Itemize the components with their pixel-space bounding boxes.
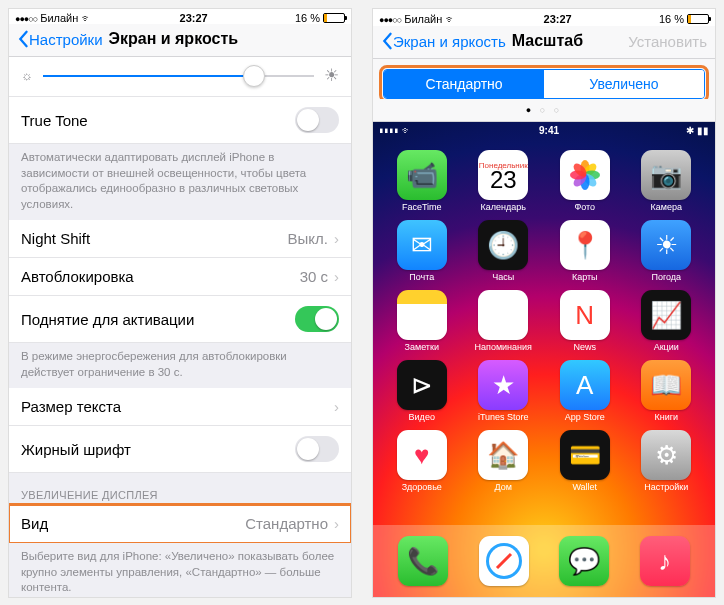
page-title: Экран и яркость <box>109 30 239 48</box>
app-календарь[interactable]: Понедельник23Календарь <box>465 150 543 212</box>
app-label: Книги <box>654 412 678 422</box>
app-facetime[interactable]: 📹FaceTime <box>383 150 461 212</box>
app-дом[interactable]: 🏠Дом <box>465 430 543 492</box>
page-indicator: ● ○ ○ <box>373 99 715 122</box>
app-заметки[interactable]: Заметки <box>383 290 461 352</box>
status-time: 23:27 <box>544 13 572 25</box>
nav-header: Экран и яркость Масштаб Установить <box>373 26 715 59</box>
true-tone-label: True Tone <box>21 112 295 129</box>
app-music[interactable]: ♪ <box>640 536 690 586</box>
app-label: Видео <box>409 412 435 422</box>
app-карты[interactable]: 📍Карты <box>546 220 624 282</box>
app-акции[interactable]: 📈Акции <box>628 290 706 352</box>
app-настройки[interactable]: ⚙Настройки <box>628 430 706 492</box>
set-button[interactable]: Установить <box>628 33 707 50</box>
back-button[interactable]: Экран и яркость <box>381 32 506 50</box>
app-напоминания[interactable]: ≡Напоминания <box>465 290 543 352</box>
back-label: Настройки <box>29 31 103 48</box>
app-label: Камера <box>651 202 682 212</box>
app-icon: ☀ <box>641 220 691 270</box>
app-icon <box>397 290 447 340</box>
brightness-slider[interactable] <box>43 75 314 77</box>
app-wallet[interactable]: 💳Wallet <box>546 430 624 492</box>
app-itunes-store[interactable]: ★iTunes Store <box>465 360 543 422</box>
app-label: Почта <box>409 272 434 282</box>
app-label: iTunes Store <box>478 412 529 422</box>
bold-text-toggle[interactable] <box>295 436 339 462</box>
app-label: Дом <box>495 482 512 492</box>
app-icon: 📹 <box>397 150 447 200</box>
app-label: Wallet <box>572 482 597 492</box>
night-shift-value: Выкл. <box>288 230 328 247</box>
app-книги[interactable]: 📖Книги <box>628 360 706 422</box>
zoom-segment-wrap: Стандартно Увеличено <box>373 59 715 99</box>
app-news[interactable]: NNews <box>546 290 624 352</box>
app-messages[interactable]: 💬 <box>559 536 609 586</box>
app-icon: 💬 <box>559 536 609 586</box>
dock: 📞💬♪ <box>373 525 715 597</box>
battery-full-icon: ✱ ▮▮ <box>686 125 709 136</box>
app-icon: A <box>560 360 610 410</box>
page-title: Масштаб <box>512 32 583 50</box>
app-phone[interactable]: 📞 <box>398 536 448 586</box>
zoom-segmented-control: Стандартно Увеличено <box>383 69 705 99</box>
raise-toggle[interactable] <box>295 306 339 332</box>
segment-standard[interactable]: Стандартно <box>384 70 544 98</box>
app-safari[interactable] <box>479 536 529 586</box>
app-icon: 💳 <box>560 430 610 480</box>
text-size-row[interactable]: Размер текста › <box>9 388 351 426</box>
app-icon: ⊳ <box>397 360 447 410</box>
app-icon: Понедельник23 <box>478 150 528 200</box>
battery-pct: 16 % <box>659 13 684 25</box>
view-row[interactable]: Вид Стандартно › <box>9 505 351 543</box>
app-icon <box>479 536 529 586</box>
raise-label: Поднятие для активации <box>21 311 295 328</box>
carrier-label: Билайн <box>40 12 78 24</box>
segment-zoomed[interactable]: Увеличено <box>544 70 704 98</box>
raise-note: В режиме энергосбережения для автоблокир… <box>9 343 351 388</box>
chevron-right-icon: › <box>334 268 339 285</box>
true-tone-toggle[interactable] <box>295 107 339 133</box>
app-icon: ≡ <box>478 290 528 340</box>
app-часы[interactable]: 🕘Часы <box>465 220 543 282</box>
app-label: Здоровье <box>402 482 442 492</box>
view-note: Выберите вид для iPhone: «Увеличено» пок… <box>9 543 351 598</box>
wifi-icon: ᯤ <box>81 12 92 24</box>
nav-header: Настройки Экран и яркость <box>9 24 351 57</box>
autolock-row[interactable]: Автоблокировка 30 с › <box>9 258 351 296</box>
app-камера[interactable]: 📷Камера <box>628 150 706 212</box>
sun-max-icon: ☀ <box>324 65 339 86</box>
app-label: Акции <box>654 342 679 352</box>
app-icon: 📖 <box>641 360 691 410</box>
app-icon: 📈 <box>641 290 691 340</box>
app-icon: 📞 <box>398 536 448 586</box>
app-label: Календарь <box>481 202 526 212</box>
app-label: App Store <box>565 412 605 422</box>
night-shift-row[interactable]: Night Shift Выкл. › <box>9 220 351 258</box>
autolock-value: 30 с <box>300 268 328 285</box>
app-icon: ⚙ <box>641 430 691 480</box>
app-icon: 🏠 <box>478 430 528 480</box>
app-icon: ★ <box>478 360 528 410</box>
app-label: Погода <box>651 272 681 282</box>
view-value: Стандартно <box>245 515 328 532</box>
back-label: Экран и яркость <box>393 33 506 50</box>
app-icon <box>560 150 610 200</box>
app-app-store[interactable]: AApp Store <box>546 360 624 422</box>
app-погода[interactable]: ☀Погода <box>628 220 706 282</box>
app-видео[interactable]: ⊳Видео <box>383 360 461 422</box>
phone-display-settings: ●●●○○ Билайн ᯤ 23:27 16 % Настройки Экра… <box>8 8 352 598</box>
carrier-label: Билайн <box>404 13 442 25</box>
app-label: Напоминания <box>475 342 532 352</box>
status-time: 23:27 <box>180 12 208 24</box>
app-фото[interactable]: Фото <box>546 150 624 212</box>
app-icon: ♥ <box>397 430 447 480</box>
back-button[interactable]: Настройки <box>17 30 103 48</box>
bold-text-label: Жирный шрифт <box>21 441 295 458</box>
app-здоровье[interactable]: ♥Здоровье <box>383 430 461 492</box>
app-почта[interactable]: ✉Почта <box>383 220 461 282</box>
app-icon: 📷 <box>641 150 691 200</box>
battery-icon <box>323 13 345 23</box>
app-label: Карты <box>572 272 598 282</box>
preview-time: 9:41 <box>539 125 559 136</box>
